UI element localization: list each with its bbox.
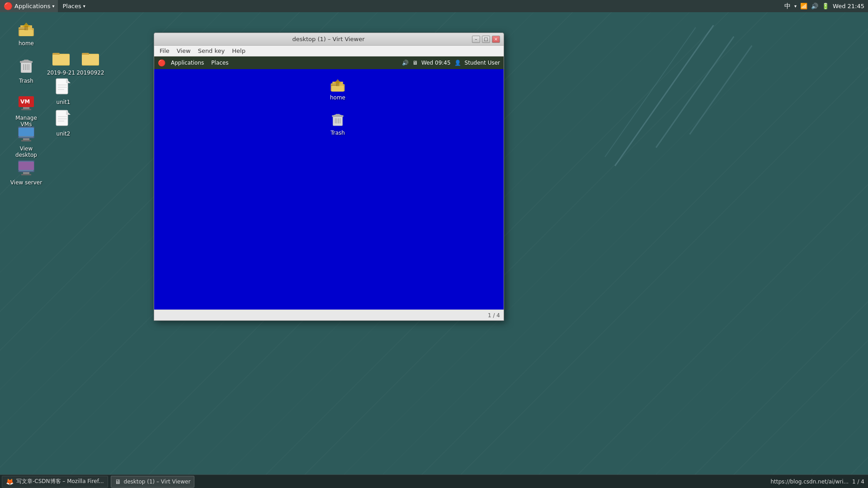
- applications-icon: 🔴: [4, 2, 13, 10]
- vm-places-label: Places: [211, 60, 228, 66]
- minimize-button[interactable]: –: [472, 36, 480, 43]
- virt-viewer-window: desktop (1) – Virt Viewer – □ × File Vie…: [154, 33, 504, 321]
- battery-icon: 🔋: [822, 3, 829, 9]
- virt-file-label: File: [160, 47, 170, 54]
- svg-rect-56: [334, 117, 342, 125]
- view-desktop-icon: [15, 123, 37, 145]
- vm-trash-icon: [329, 111, 347, 129]
- svg-rect-39: [19, 128, 34, 136]
- firefox-icon: 🦊: [6, 478, 14, 485]
- desktop: 🔴 Applications ▾ Places ▾ 中 ▾ 📶 🔊 🔋 Wed …: [0, 0, 868, 488]
- virt-file-menu[interactable]: File: [156, 46, 173, 56]
- vm-home-label: home: [330, 94, 345, 101]
- virt-status-bar: 1 / 4: [154, 310, 504, 320]
- virt-sendkey-menu[interactable]: Send key: [194, 46, 229, 56]
- top-panel: 🔴 Applications ▾ Places ▾ 中 ▾ 📶 🔊 🔋 Wed …: [0, 0, 868, 12]
- panel-left: 🔴 Applications ▾ Places ▾: [0, 0, 89, 12]
- applications-arrow: ▾: [52, 4, 54, 9]
- unit2-label: unit2: [57, 131, 71, 137]
- virt-viewer-titlebar: desktop (1) – Virt Viewer – □ ×: [154, 33, 504, 46]
- vm-panel-left: 🔴 Applications Places: [158, 57, 231, 68]
- virt-viewer-title: desktop (1) – Virt Viewer: [185, 36, 472, 42]
- vm-trash-label: Trash: [330, 130, 345, 136]
- lang-indicator[interactable]: 中: [784, 2, 791, 10]
- vm-panel-right: 🔊 🖥 Wed 09:45 👤 Student User: [402, 60, 500, 66]
- virt-help-label: Help: [232, 47, 245, 54]
- home-folder-icon: [15, 18, 37, 39]
- svg-rect-40: [23, 138, 29, 140]
- volume-icon: 🔊: [811, 3, 818, 9]
- svg-rect-62: [335, 114, 340, 116]
- taskbar-right: https://blog.csdn.net/ai/wri... 1 / 4: [770, 479, 868, 485]
- view-server-icon: [15, 157, 37, 178]
- vm-inner-panel: 🔴 Applications Places 🔊 🖥 Wed 09:45 👤 St…: [154, 56, 504, 69]
- taskbar-page-indicator: 1 / 4: [852, 479, 864, 485]
- vm-desktop[interactable]: home Trash: [154, 69, 504, 310]
- virt-view-menu[interactable]: View: [173, 46, 194, 56]
- virt-help-menu[interactable]: Help: [228, 46, 249, 56]
- lang-arrow: ▾: [794, 4, 797, 9]
- svg-rect-46: [21, 174, 31, 175]
- taskbar: 🦊 写文章-CSDN博客 – Mozilla Firef... 🖥 deskto…: [0, 474, 868, 488]
- svg-rect-31: [21, 109, 31, 110]
- vm-places-menu[interactable]: Places: [208, 57, 231, 68]
- applications-label: Applications: [14, 3, 50, 9]
- vm-volume-icon: 🔊: [402, 60, 409, 66]
- svg-rect-30: [23, 107, 29, 109]
- window-controls: – □ ×: [472, 36, 500, 43]
- svg-rect-53: [336, 82, 339, 86]
- svg-rect-51: [331, 86, 344, 92]
- taskbar-left: 🦊 写文章-CSDN博客 – Mozilla Firef... 🖥 deskto…: [0, 476, 194, 488]
- desktop-icon-20190922-folder[interactable]: 20190922: [72, 45, 108, 78]
- places-menu[interactable]: Places ▾: [59, 0, 89, 12]
- vm-datetime: Wed 09:45: [421, 60, 451, 66]
- vm-home-folder-icon: [329, 75, 347, 94]
- vm-user-label: Student User: [465, 60, 500, 66]
- virt-view-label: View: [177, 47, 191, 54]
- vm-icon-trash[interactable]: Trash: [321, 109, 354, 138]
- svg-rect-21: [82, 55, 99, 65]
- places-label: Places: [62, 3, 81, 9]
- svg-rect-9: [52, 55, 70, 65]
- virt-page-indicator: 1 / 4: [488, 312, 500, 319]
- svg-rect-4: [19, 30, 33, 36]
- folder-2019-icon: [50, 47, 72, 69]
- vm-applications-label: Applications: [171, 60, 204, 66]
- vm-display-icon: 🖥: [412, 60, 418, 66]
- datetime-display[interactable]: Wed 21:45: [833, 3, 864, 9]
- close-button[interactable]: ×: [492, 36, 500, 43]
- desktop-icon-unit1[interactable]: unit1: [45, 75, 81, 107]
- vm-distro-icon: 🔴: [158, 59, 165, 66]
- svg-rect-18: [24, 60, 28, 61]
- applications-menu[interactable]: 🔴 Applications ▾: [0, 0, 58, 12]
- virt-taskbar-label: desktop (1) – Virt Viewer: [124, 479, 191, 485]
- svg-rect-12: [22, 63, 31, 72]
- desktop-icon-unit2[interactable]: unit2: [45, 106, 81, 139]
- svg-rect-44: [19, 162, 34, 170]
- svg-marker-23: [66, 79, 71, 83]
- panel-right: 中 ▾ 📶 🔊 🔋 Wed 21:45: [784, 2, 868, 10]
- unit1-file-icon: [52, 76, 74, 98]
- unit2-file-icon: [52, 108, 74, 130]
- firefox-label: 写文章-CSDN博客 – Mozilla Firef...: [16, 478, 104, 485]
- trash-icon: [15, 55, 37, 77]
- view-server-label: View server: [10, 179, 42, 186]
- desktop-icon-view-server[interactable]: View server: [8, 155, 44, 188]
- vm-user-icon: 👤: [454, 60, 461, 66]
- places-arrow: ▾: [83, 4, 85, 9]
- svg-rect-6: [24, 26, 28, 30]
- desktop-icon-trash[interactable]: Trash: [8, 53, 44, 86]
- vm-applications-menu[interactable]: Applications: [168, 57, 207, 68]
- vm-icon-home[interactable]: home: [321, 74, 354, 103]
- desktop-icon-view-desktop[interactable]: View desktop: [8, 121, 44, 160]
- svg-marker-33: [66, 110, 71, 115]
- desktop-icon-home[interactable]: home: [8, 16, 44, 48]
- maximize-button[interactable]: □: [482, 36, 490, 43]
- virt-sendkey-label: Send key: [198, 47, 225, 54]
- svg-text:VM: VM: [20, 99, 30, 105]
- taskbar-virt-viewer[interactable]: 🖥 desktop (1) – Virt Viewer: [111, 476, 195, 488]
- home-icon-label: home: [19, 40, 34, 47]
- taskbar-url: https://blog.csdn.net/ai/wri...: [770, 479, 849, 485]
- taskbar-firefox[interactable]: 🦊 写文章-CSDN博客 – Mozilla Firef...: [2, 476, 108, 488]
- svg-rect-45: [23, 172, 29, 174]
